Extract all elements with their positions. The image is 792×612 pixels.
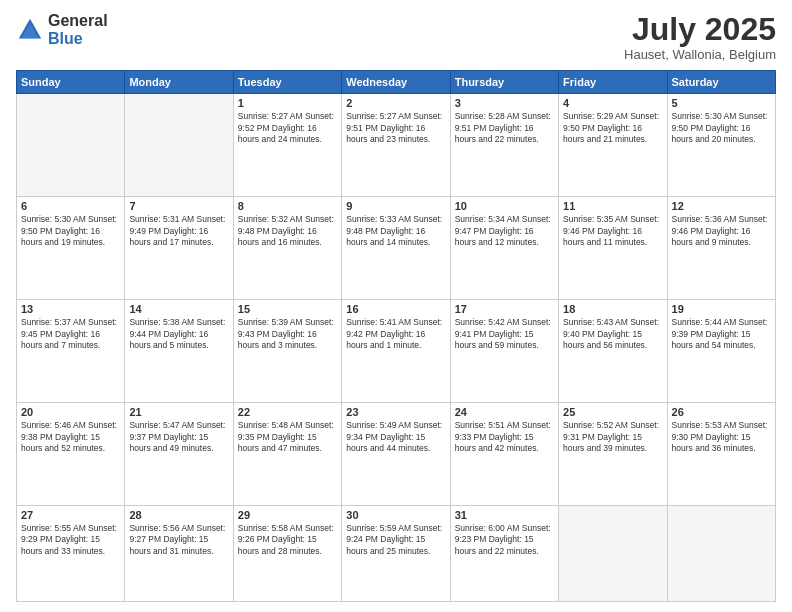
day-number: 1 bbox=[238, 97, 337, 109]
logo-general-text: General bbox=[48, 12, 108, 30]
cell-info: Sunrise: 6:00 AM Sunset: 9:23 PM Dayligh… bbox=[455, 523, 554, 557]
cell-info: Sunrise: 5:52 AM Sunset: 9:31 PM Dayligh… bbox=[563, 420, 662, 454]
day-header-tuesday: Tuesday bbox=[233, 71, 341, 94]
calendar-cell: 19Sunrise: 5:44 AM Sunset: 9:39 PM Dayli… bbox=[667, 300, 775, 403]
day-number: 23 bbox=[346, 406, 445, 418]
day-number: 24 bbox=[455, 406, 554, 418]
day-number: 16 bbox=[346, 303, 445, 315]
day-number: 27 bbox=[21, 509, 120, 521]
cell-info: Sunrise: 5:32 AM Sunset: 9:48 PM Dayligh… bbox=[238, 214, 337, 248]
day-number: 15 bbox=[238, 303, 337, 315]
cell-info: Sunrise: 5:33 AM Sunset: 9:48 PM Dayligh… bbox=[346, 214, 445, 248]
calendar-cell: 23Sunrise: 5:49 AM Sunset: 9:34 PM Dayli… bbox=[342, 403, 450, 506]
cell-info: Sunrise: 5:51 AM Sunset: 9:33 PM Dayligh… bbox=[455, 420, 554, 454]
cell-info: Sunrise: 5:27 AM Sunset: 9:52 PM Dayligh… bbox=[238, 111, 337, 145]
calendar-cell: 28Sunrise: 5:56 AM Sunset: 9:27 PM Dayli… bbox=[125, 506, 233, 602]
day-header-monday: Monday bbox=[125, 71, 233, 94]
location-subtitle: Hauset, Wallonia, Belgium bbox=[624, 47, 776, 62]
calendar-cell: 15Sunrise: 5:39 AM Sunset: 9:43 PM Dayli… bbox=[233, 300, 341, 403]
calendar-cell bbox=[125, 94, 233, 197]
day-header-sunday: Sunday bbox=[17, 71, 125, 94]
calendar-cell: 26Sunrise: 5:53 AM Sunset: 9:30 PM Dayli… bbox=[667, 403, 775, 506]
cell-info: Sunrise: 5:43 AM Sunset: 9:40 PM Dayligh… bbox=[563, 317, 662, 351]
day-number: 9 bbox=[346, 200, 445, 212]
calendar-cell: 25Sunrise: 5:52 AM Sunset: 9:31 PM Dayli… bbox=[559, 403, 667, 506]
cell-info: Sunrise: 5:53 AM Sunset: 9:30 PM Dayligh… bbox=[672, 420, 771, 454]
day-number: 7 bbox=[129, 200, 228, 212]
day-number: 20 bbox=[21, 406, 120, 418]
calendar-cell: 31Sunrise: 6:00 AM Sunset: 9:23 PM Dayli… bbox=[450, 506, 558, 602]
header: General Blue July 2025 Hauset, Wallonia,… bbox=[16, 12, 776, 62]
calendar-cell: 14Sunrise: 5:38 AM Sunset: 9:44 PM Dayli… bbox=[125, 300, 233, 403]
cell-info: Sunrise: 5:27 AM Sunset: 9:51 PM Dayligh… bbox=[346, 111, 445, 145]
calendar-cell: 27Sunrise: 5:55 AM Sunset: 9:29 PM Dayli… bbox=[17, 506, 125, 602]
cell-info: Sunrise: 5:34 AM Sunset: 9:47 PM Dayligh… bbox=[455, 214, 554, 248]
calendar-cell: 18Sunrise: 5:43 AM Sunset: 9:40 PM Dayli… bbox=[559, 300, 667, 403]
calendar-cell bbox=[17, 94, 125, 197]
day-number: 4 bbox=[563, 97, 662, 109]
day-number: 22 bbox=[238, 406, 337, 418]
logo-icon bbox=[16, 16, 44, 44]
cell-info: Sunrise: 5:55 AM Sunset: 9:29 PM Dayligh… bbox=[21, 523, 120, 557]
day-number: 30 bbox=[346, 509, 445, 521]
day-number: 6 bbox=[21, 200, 120, 212]
month-title: July 2025 bbox=[624, 12, 776, 47]
day-number: 31 bbox=[455, 509, 554, 521]
calendar-cell bbox=[667, 506, 775, 602]
calendar-cell: 9Sunrise: 5:33 AM Sunset: 9:48 PM Daylig… bbox=[342, 197, 450, 300]
cell-info: Sunrise: 5:44 AM Sunset: 9:39 PM Dayligh… bbox=[672, 317, 771, 351]
calendar-cell: 11Sunrise: 5:35 AM Sunset: 9:46 PM Dayli… bbox=[559, 197, 667, 300]
day-number: 19 bbox=[672, 303, 771, 315]
calendar-cell: 22Sunrise: 5:48 AM Sunset: 9:35 PM Dayli… bbox=[233, 403, 341, 506]
calendar-cell: 12Sunrise: 5:36 AM Sunset: 9:46 PM Dayli… bbox=[667, 197, 775, 300]
logo-text: General Blue bbox=[48, 12, 108, 47]
cell-info: Sunrise: 5:38 AM Sunset: 9:44 PM Dayligh… bbox=[129, 317, 228, 351]
calendar-cell: 3Sunrise: 5:28 AM Sunset: 9:51 PM Daylig… bbox=[450, 94, 558, 197]
cell-info: Sunrise: 5:42 AM Sunset: 9:41 PM Dayligh… bbox=[455, 317, 554, 351]
cell-info: Sunrise: 5:39 AM Sunset: 9:43 PM Dayligh… bbox=[238, 317, 337, 351]
calendar-cell: 30Sunrise: 5:59 AM Sunset: 9:24 PM Dayli… bbox=[342, 506, 450, 602]
day-number: 3 bbox=[455, 97, 554, 109]
calendar-cell: 10Sunrise: 5:34 AM Sunset: 9:47 PM Dayli… bbox=[450, 197, 558, 300]
day-number: 8 bbox=[238, 200, 337, 212]
cell-info: Sunrise: 5:47 AM Sunset: 9:37 PM Dayligh… bbox=[129, 420, 228, 454]
cell-info: Sunrise: 5:41 AM Sunset: 9:42 PM Dayligh… bbox=[346, 317, 445, 351]
day-number: 26 bbox=[672, 406, 771, 418]
cell-info: Sunrise: 5:46 AM Sunset: 9:38 PM Dayligh… bbox=[21, 420, 120, 454]
day-header-wednesday: Wednesday bbox=[342, 71, 450, 94]
calendar-cell: 24Sunrise: 5:51 AM Sunset: 9:33 PM Dayli… bbox=[450, 403, 558, 506]
cell-info: Sunrise: 5:58 AM Sunset: 9:26 PM Dayligh… bbox=[238, 523, 337, 557]
day-header-thursday: Thursday bbox=[450, 71, 558, 94]
cell-info: Sunrise: 5:37 AM Sunset: 9:45 PM Dayligh… bbox=[21, 317, 120, 351]
calendar-cell: 5Sunrise: 5:30 AM Sunset: 9:50 PM Daylig… bbox=[667, 94, 775, 197]
day-number: 25 bbox=[563, 406, 662, 418]
calendar-cell: 20Sunrise: 5:46 AM Sunset: 9:38 PM Dayli… bbox=[17, 403, 125, 506]
page: General Blue July 2025 Hauset, Wallonia,… bbox=[0, 0, 792, 612]
day-number: 21 bbox=[129, 406, 228, 418]
days-header-row: SundayMondayTuesdayWednesdayThursdayFrid… bbox=[17, 71, 776, 94]
day-number: 29 bbox=[238, 509, 337, 521]
day-number: 13 bbox=[21, 303, 120, 315]
calendar-cell: 13Sunrise: 5:37 AM Sunset: 9:45 PM Dayli… bbox=[17, 300, 125, 403]
calendar-cell: 29Sunrise: 5:58 AM Sunset: 9:26 PM Dayli… bbox=[233, 506, 341, 602]
day-number: 18 bbox=[563, 303, 662, 315]
cell-info: Sunrise: 5:48 AM Sunset: 9:35 PM Dayligh… bbox=[238, 420, 337, 454]
cell-info: Sunrise: 5:29 AM Sunset: 9:50 PM Dayligh… bbox=[563, 111, 662, 145]
calendar-cell: 1Sunrise: 5:27 AM Sunset: 9:52 PM Daylig… bbox=[233, 94, 341, 197]
calendar-cell: 21Sunrise: 5:47 AM Sunset: 9:37 PM Dayli… bbox=[125, 403, 233, 506]
day-header-saturday: Saturday bbox=[667, 71, 775, 94]
cell-info: Sunrise: 5:30 AM Sunset: 9:50 PM Dayligh… bbox=[672, 111, 771, 145]
calendar-cell: 7Sunrise: 5:31 AM Sunset: 9:49 PM Daylig… bbox=[125, 197, 233, 300]
title-area: July 2025 Hauset, Wallonia, Belgium bbox=[624, 12, 776, 62]
day-number: 28 bbox=[129, 509, 228, 521]
cell-info: Sunrise: 5:28 AM Sunset: 9:51 PM Dayligh… bbox=[455, 111, 554, 145]
calendar: SundayMondayTuesdayWednesdayThursdayFrid… bbox=[16, 70, 776, 602]
cell-info: Sunrise: 5:36 AM Sunset: 9:46 PM Dayligh… bbox=[672, 214, 771, 248]
day-number: 5 bbox=[672, 97, 771, 109]
calendar-cell: 4Sunrise: 5:29 AM Sunset: 9:50 PM Daylig… bbox=[559, 94, 667, 197]
day-number: 14 bbox=[129, 303, 228, 315]
cell-info: Sunrise: 5:30 AM Sunset: 9:50 PM Dayligh… bbox=[21, 214, 120, 248]
calendar-cell: 2Sunrise: 5:27 AM Sunset: 9:51 PM Daylig… bbox=[342, 94, 450, 197]
cell-info: Sunrise: 5:31 AM Sunset: 9:49 PM Dayligh… bbox=[129, 214, 228, 248]
cell-info: Sunrise: 5:59 AM Sunset: 9:24 PM Dayligh… bbox=[346, 523, 445, 557]
